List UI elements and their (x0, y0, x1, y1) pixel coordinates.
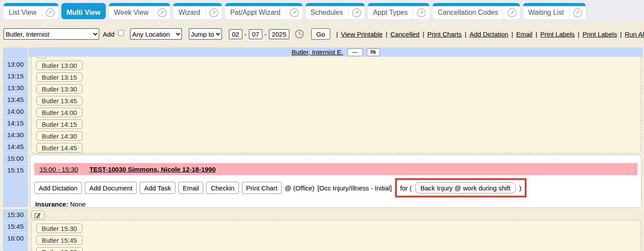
tab-label[interactable]: List View (3, 6, 42, 19)
tab-list-view[interactable]: List View ↗ (3, 3, 58, 19)
tab-accent-bar (109, 3, 170, 6)
appointment-header-bar: 15:00 - 15:30 TEST-10030 Simmons, Nicole… (34, 163, 637, 175)
run-all-link[interactable]: Run Al (625, 31, 644, 38)
open-new-window-button[interactable]: ↗ (413, 6, 429, 19)
slot-button[interactable]: Butler 16:00 (36, 247, 83, 251)
toolbar: Butler, Internist Add Any Location Jump … (0, 22, 644, 46)
print-labels-link[interactable]: Print Labels (583, 31, 617, 38)
time-cell: 13:15 (3, 71, 28, 82)
time-cell: 14:00 (3, 106, 28, 117)
slot-button[interactable]: Butler 14:00 (36, 108, 83, 117)
patient-link[interactable]: TEST-10030 Simmons, Nicole 12-18-1990 (89, 166, 215, 173)
tab-label[interactable]: Schedules (305, 6, 349, 19)
link-separator: | (386, 31, 387, 38)
email-button[interactable]: Email (178, 182, 204, 194)
tab-label[interactable]: Pat/Appt Wizard (225, 6, 286, 19)
open-slots-container-bottom: Butler 15:30 Butler 15:45 Butler 16:00 (31, 220, 641, 251)
tab-accent-bar (368, 3, 429, 6)
tab-label[interactable]: Week View (109, 6, 154, 19)
open-new-window-icon: ↗ (573, 8, 582, 17)
slot-button[interactable]: Butler 13:45 (36, 96, 83, 105)
tab-appt-types[interactable]: Appt Types ↗ (368, 3, 429, 19)
time-cell: 16:00 (3, 233, 28, 251)
email-link[interactable]: Email (516, 31, 533, 38)
open-new-window-button[interactable]: ↗ (348, 6, 365, 19)
slot-button-partial[interactable] (36, 57, 47, 58)
tab-multi-view[interactable]: Multi View (61, 3, 106, 19)
open-new-window-button[interactable]: ↗ (42, 6, 58, 19)
add-document-button[interactable]: Add Document (85, 182, 137, 194)
tab-accent-bar (433, 3, 520, 6)
reason-prefix: for ( (400, 184, 412, 192)
tab-label[interactable]: Appt Types (368, 6, 413, 19)
appointment-detail-row: Add Dictation Add Document Add Task Emai… (34, 178, 641, 197)
time-column: 13:00 13:15 13:30 13:45 14:00 14:15 14:3… (3, 57, 28, 251)
tab-week-view[interactable]: Week View ↗ (109, 3, 170, 19)
schedule-body: 13:00 13:15 13:30 13:45 14:00 14:15 14:3… (0, 57, 644, 251)
date-separator: - (245, 31, 247, 38)
minimize-column-button[interactable]: — (347, 48, 363, 56)
annotation-red-box: for ( Back Injury @ work during shift ) (395, 178, 527, 197)
link-separator: | (465, 31, 466, 38)
add-dictation-link[interactable]: Add Dictation (470, 31, 508, 38)
tab-pat-appt-wizard[interactable]: Pat/Appt Wizard ↗ (225, 3, 302, 19)
add-task-button[interactable]: Add Task (140, 182, 175, 194)
tab-label[interactable]: Multi View (61, 6, 106, 19)
edit-slot-button[interactable] (31, 210, 44, 220)
tab-cancellation-codes[interactable]: Cancellation Codes ↗ (433, 3, 520, 19)
tab-label[interactable]: Cancellation Codes (433, 6, 503, 19)
open-new-window-button[interactable]: ↗ (286, 6, 302, 19)
open-new-window-button[interactable]: ↗ (569, 6, 586, 19)
provider-header-link[interactable]: Butler, Internist E. (292, 48, 343, 56)
time-column-header (3, 47, 28, 57)
slot-button[interactable]: Butler 14:30 (36, 131, 83, 141)
slot-button[interactable]: Butler 15:30 (36, 224, 83, 233)
open-new-window-button[interactable]: ↗ (154, 6, 170, 19)
tab-bar: List View ↗ Multi View Week View ↗ Wizar… (0, 0, 644, 22)
appointment-location: @ (Office) (285, 184, 314, 192)
appointment-reason-button[interactable]: Back Injury @ work during shift (415, 182, 516, 193)
tab-waiting-list[interactable]: Waiting List ↗ (523, 3, 586, 19)
slot-button[interactable]: Butler 13:00 (36, 61, 83, 70)
jump-to-select[interactable]: Jump to (189, 28, 222, 40)
date-separator: - (265, 31, 267, 38)
tab-schedules[interactable]: Schedules ↗ (305, 3, 365, 19)
add-dictation-button[interactable]: Add Dictation (34, 182, 82, 194)
tab-accent-bar (305, 3, 365, 6)
time-cell: 15:15 (3, 165, 28, 207)
appointment-time-link[interactable]: 15:00 - 15:30 (40, 166, 78, 173)
schedule-header-row: Butler, Internist E. — f/b (3, 47, 643, 57)
tab-label[interactable]: Wizard (173, 6, 205, 19)
provider-select[interactable]: Butler, Internist (3, 28, 99, 40)
add-checkbox[interactable] (118, 30, 124, 36)
slot-button[interactable]: Butler 13:15 (36, 72, 83, 82)
clock-icon[interactable] (295, 29, 304, 39)
print-charts-link[interactable]: Print Charts (427, 31, 462, 38)
provider-column-header: Butler, Internist E. — f/b (29, 47, 643, 57)
toolbar-links: | View Printable | Cancelled | Print Cha… (336, 31, 644, 38)
view-printable-link[interactable]: View Printable (341, 31, 383, 38)
print-labels-link[interactable]: Print Labels (540, 31, 575, 38)
open-new-window-button[interactable]: ↗ (503, 6, 520, 19)
tab-label[interactable]: Waiting List (523, 6, 569, 19)
date-year-input[interactable] (269, 29, 289, 39)
cancelled-link[interactable]: Cancelled (390, 31, 419, 38)
reason-suffix: ) (519, 184, 521, 192)
go-button[interactable]: Go (311, 28, 330, 40)
open-new-window-icon: ↗ (209, 8, 218, 17)
slot-button[interactable]: Butler 14:45 (36, 143, 83, 153)
tab-accent-bar (61, 3, 106, 6)
open-new-window-button[interactable]: ↗ (205, 6, 222, 19)
slot-button[interactable]: Butler 14:15 (36, 119, 83, 129)
link-separator: | (620, 31, 622, 38)
open-new-window-icon: ↗ (507, 8, 517, 17)
date-month-input[interactable] (229, 29, 242, 39)
location-select[interactable]: Any Location (130, 28, 182, 40)
checkin-button[interactable]: Checkin (206, 182, 238, 194)
date-day-input[interactable] (249, 29, 262, 39)
slot-button[interactable]: Butler 15:45 (36, 235, 83, 245)
tab-wizard[interactable]: Wizard ↗ (173, 3, 222, 19)
slot-button[interactable]: Butler 13:30 (36, 84, 83, 94)
fb-button[interactable]: f/b (367, 48, 380, 56)
print-chart-button[interactable]: Print Chart (242, 182, 282, 194)
